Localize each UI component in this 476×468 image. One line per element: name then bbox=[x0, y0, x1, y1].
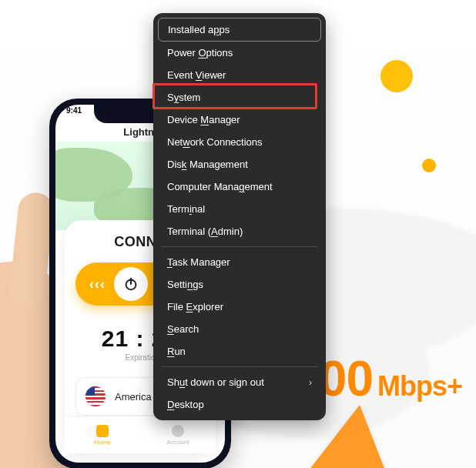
menu-item-label: Task Manager bbox=[167, 256, 230, 268]
home-icon bbox=[96, 425, 109, 437]
menu-item-label: Desktop bbox=[167, 399, 204, 410]
bottom-nav: Home Account bbox=[65, 416, 216, 453]
accent-dot-large bbox=[380, 60, 413, 92]
location-name: America bbox=[115, 391, 152, 403]
winx-menu[interactable]: Installed appsPower OptionsEvent ViewerS… bbox=[153, 13, 326, 420]
menu-item-settings[interactable]: Settings bbox=[158, 273, 321, 296]
menu-item-label: Disk Management bbox=[167, 159, 248, 170]
menu-item-event-viewer[interactable]: Event Viewer bbox=[158, 64, 321, 86]
menu-item-computer-management[interactable]: Computer Management bbox=[158, 176, 321, 198]
flag-usa-icon bbox=[85, 386, 106, 406]
nav-account-label: Account bbox=[167, 439, 189, 446]
menu-item-label: Shut down or sign out bbox=[167, 376, 264, 388]
menu-item-label: Network Connections bbox=[167, 136, 263, 148]
menu-item-label: Terminal bbox=[167, 203, 205, 215]
menu-item-task-manager[interactable]: Task Manager bbox=[158, 251, 321, 273]
menu-item-power-options[interactable]: Power Options bbox=[158, 42, 321, 64]
menu-item-disk-management[interactable]: Disk Management bbox=[158, 153, 321, 176]
menu-item-label: File Explorer bbox=[167, 301, 223, 313]
menu-item-label: Computer Management bbox=[167, 181, 273, 192]
statusbar-time: 9:41 bbox=[66, 106, 82, 115]
menu-item-desktop[interactable]: Desktop bbox=[158, 393, 321, 416]
menu-item-network-connections[interactable]: Network Connections bbox=[158, 131, 321, 153]
nav-account[interactable]: Account bbox=[140, 416, 216, 453]
menu-item-label: Device Manager bbox=[167, 114, 240, 125]
menu-item-label: Search bbox=[167, 323, 199, 335]
nav-home[interactable]: Home bbox=[65, 416, 140, 453]
chevron-left-icon: ‹ ‹ ‹ bbox=[89, 276, 103, 292]
chevron-right-icon: › bbox=[309, 377, 312, 388]
menu-item-terminal[interactable]: Terminal bbox=[158, 198, 321, 220]
menu-item-label: Event Viewer bbox=[167, 69, 226, 81]
menu-item-device-manager[interactable]: Device Manager bbox=[158, 109, 321, 131]
accent-dot-small bbox=[422, 159, 436, 172]
stage: 600 Mbps+ 9:41 Lightni CONNE bbox=[0, 0, 476, 468]
menu-item-label: System bbox=[167, 92, 200, 103]
menu-item-label: Installed apps bbox=[168, 24, 230, 35]
menu-separator bbox=[161, 366, 318, 367]
menu-item-terminal-admin[interactable]: Terminal (Admin) bbox=[158, 220, 321, 242]
menu-item-label: Settings bbox=[167, 279, 203, 290]
menu-item-label: Terminal (Admin) bbox=[167, 226, 243, 237]
menu-item-system[interactable]: System bbox=[158, 86, 321, 109]
menu-item-run[interactable]: Run bbox=[158, 340, 321, 363]
menu-item-installed-apps[interactable]: Installed apps bbox=[158, 18, 321, 42]
speed-unit: Mbps+ bbox=[377, 370, 462, 403]
nav-home-label: Home bbox=[94, 439, 110, 446]
menu-item-shut-down-or-sign-out[interactable]: Shut down or sign out› bbox=[158, 371, 321, 393]
power-knob[interactable] bbox=[114, 267, 148, 301]
account-icon bbox=[172, 425, 184, 437]
menu-item-file-explorer[interactable]: File Explorer bbox=[158, 296, 321, 318]
menu-separator bbox=[161, 246, 318, 247]
menu-item-label: Run bbox=[167, 346, 186, 357]
power-icon bbox=[122, 276, 139, 292]
menu-item-search[interactable]: Search bbox=[158, 318, 321, 340]
menu-item-label: Power Options bbox=[167, 47, 233, 58]
